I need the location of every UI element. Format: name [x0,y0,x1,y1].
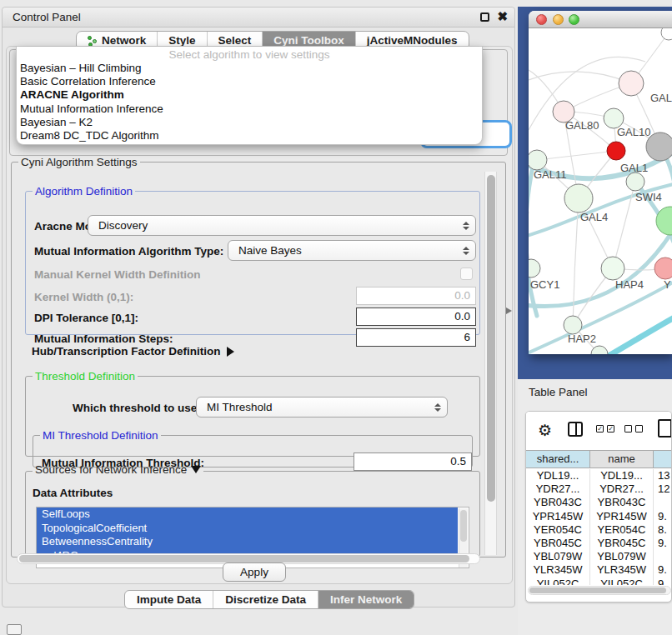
dpi-tolerance-field[interactable]: 0.0 [356,308,476,326]
table-cell: YBR045C [590,537,654,550]
mouse-cursor [506,308,515,314]
select-all-icon[interactable]: ✓✓ [596,425,614,432]
network-node-gal-pink[interactable] [619,71,644,96]
table-cell [654,550,672,563]
table-row[interactable]: YBR043CYBR043C [526,496,672,509]
table-row[interactable]: YLR345WYLR345W9. [526,563,672,577]
table-cell: YDR27... [526,482,590,496]
algorithm-definition-legend: Algorithm Definition [33,185,135,198]
network-view-frame: GALGAL80GAL10GAL1GAL11SWI4GAL4GCY1HAP4YH… [518,7,672,379]
taskbar-button[interactable] [7,624,22,635]
combo-arrows-icon [462,244,469,258]
table-row[interactable]: YBL079WYBL079W [526,550,672,563]
which-threshold-select[interactable]: MI Threshold [196,397,448,418]
mi-steps-field[interactable]: 6 [356,328,476,347]
tab-infer-network[interactable]: Infer Network [318,591,414,608]
table-cell: YPR145W [590,510,654,523]
dropdown-item[interactable]: Basic Correlation Inference [17,75,482,88]
node-label-gcy1: GCY1 [530,278,559,291]
node-label-swi4: SWI4 [635,191,662,203]
network-node-gal4[interactable] [564,184,593,212]
network-node-top-partial[interactable] [661,28,672,40]
network-node-pink-right[interactable] [654,258,672,279]
network-node-gal11[interactable] [529,150,547,170]
close-icon[interactable]: ✖ [497,9,508,24]
kernel-width-label: Kernel Width (0,1): [34,291,133,303]
deselect-all-icon[interactable] [624,425,643,432]
table-cell: YLR345W [526,563,590,577]
attribute-item-selected[interactable]: BetweennessCentrality [37,535,458,549]
network-node-hap2[interactable] [564,316,582,334]
table-cell: YER054C [526,523,590,537]
table-cell: YIL052C [526,578,590,586]
table-row[interactable]: YIL052CYIL052C9. [526,578,672,586]
mi-type-value: Naive Bayes [238,244,302,257]
column-header[interactable]: A [654,451,672,468]
table-cell: 9. [654,510,672,523]
dropdown-item[interactable]: Dream8 DC_TDC Algorithm [17,129,482,142]
table-row[interactable]: YDL19...YDL19...13 [526,469,672,482]
network-node-hap4[interactable] [601,257,624,280]
float-window-icon[interactable] [480,12,489,22]
table-cell: 9. [654,578,672,586]
network-node-gal1[interactable] [607,142,625,160]
column-header[interactable]: shared... [526,451,590,468]
attribute-item-selected[interactable]: TopologicalCoefficient [37,522,458,536]
table-horizontal-scrollbar[interactable] [528,586,671,595]
table-cell: 13 [654,469,672,482]
combo-arrows-icon [462,219,469,232]
export-table-icon[interactable] [658,419,672,438]
table-cell: YDL19... [526,469,590,482]
table-cell: 9. [654,537,672,550]
network-node-gcy1[interactable] [529,259,540,278]
which-threshold-label: Which threshold to use: [73,402,201,414]
table-header: shared...nameA [526,450,672,468]
dropdown-item[interactable]: Bayesian – K2 [17,116,482,129]
network-node-bottom-green[interactable] [591,346,608,354]
dropdown-item[interactable]: Mutual Information Inference [17,102,482,116]
bright-edges [599,315,672,354]
manual-kernel-checkbox[interactable] [460,268,473,280]
table-row[interactable]: YBR045CYBR045C9. [526,537,672,550]
aracne-mode-select[interactable]: Discovery [88,215,476,236]
control-panel-titlebar: Control Panel ✖ [3,8,514,28]
hub-definition-toggle[interactable]: Hub/Transcription Factor Definition [32,345,239,358]
network-canvas[interactable]: GALGAL80GAL10GAL1GAL11SWI4GAL4GCY1HAP4YH… [529,28,672,354]
kernel-width-field[interactable]: 0.0 [356,287,476,305]
table-row[interactable]: YDR27...YDR27...12 [526,482,672,496]
sources-legend: Sources for Network Inference [33,463,203,478]
node-label-gal80: GAL80 [565,119,599,132]
mi-type-select[interactable]: Naive Bayes [228,240,476,261]
combo-arrows-icon [434,401,441,414]
gear-icon[interactable]: ⚙ [538,421,552,440]
control-panel-title: Control Panel [13,8,81,28]
column-header[interactable]: name [590,451,654,468]
network-node-swi4[interactable] [626,172,644,191]
column-view-icon[interactable] [568,422,583,437]
network-window: GALGAL80GAL10GAL1GAL11SWI4GAL4GCY1HAP4YH… [529,11,672,354]
tab-discretize-data[interactable]: Discretize Data [213,591,318,608]
manual-kernel-label: Manual Kernel Width Definition [34,268,200,281]
table-cell: YBL079W [590,550,654,563]
table-cell: YPR145W [526,510,590,523]
window-zoom-button[interactable] [569,14,579,25]
table-row[interactable]: YER054CYER054C8. [526,523,672,537]
window-minimize-button[interactable] [553,14,564,25]
window-close-button[interactable] [536,14,547,25]
tab-impute-data[interactable]: Impute Data [125,591,213,608]
table-panel-title: Table Panel [529,386,588,398]
table-row[interactable]: YPR145WYPR145W9. [526,510,672,523]
table-panel: ⚙ ✓✓ shared...nameA YDL19...YDL19...13YD… [525,411,672,602]
apply-button[interactable]: Apply [223,562,286,582]
attribute-item-selected[interactable]: SelfLoops [37,508,458,522]
table-cell [654,496,672,509]
algorithm-definition-group: Algorithm Definition Aracne Mode: Discov… [25,185,480,335]
dropdown-item[interactable]: ARACNE Algorithm [17,88,482,102]
cyni-algorithm-settings-group: Cyni Algorithm Settings Algorithm Defini… [11,156,506,558]
network-node-unlabeled-gray[interactable] [646,132,672,161]
sources-legend-text: Sources for Network Inference [35,463,187,476]
dropdown-item[interactable]: Bayesian – Hill Climbing [17,62,482,75]
table-cell: YDR27... [590,482,654,496]
table-cell: YBR043C [526,496,590,509]
settings-vertical-scrollbar[interactable] [484,172,497,555]
